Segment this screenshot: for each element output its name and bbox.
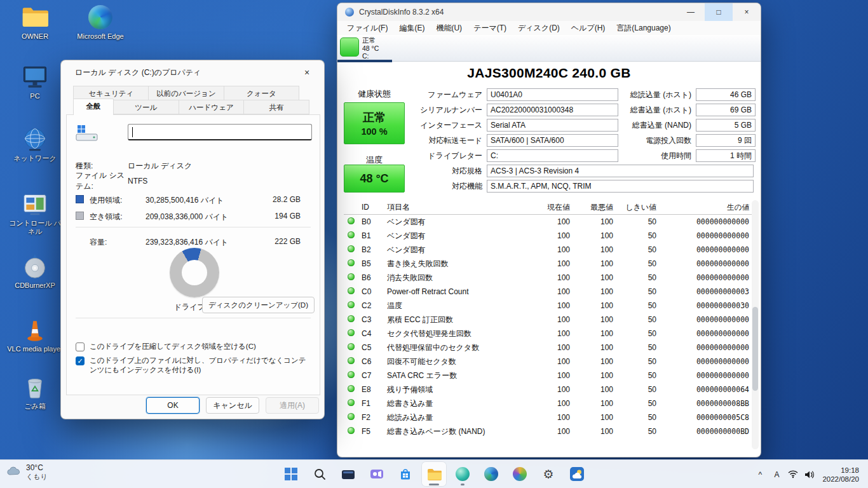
properties-tab[interactable]: 共有 (244, 100, 309, 114)
desktop-icon-owner[interactable]: OWNER (6, 4, 64, 41)
smart-cell: 回復不可能セクタ数 (383, 356, 534, 367)
properties-tab[interactable]: ハードウェア (179, 100, 245, 114)
desktop-icon-cdburnerxp[interactable]: CDBurnerXP (6, 253, 64, 290)
smart-cell: 100 (578, 413, 621, 422)
good-status-icon (348, 231, 355, 238)
close-icon[interactable]: × (299, 65, 315, 79)
smart-cell: 0000000005C8 (664, 413, 754, 422)
weather-app-button[interactable] (565, 462, 589, 486)
menu-item[interactable]: ヘルプ(H) (566, 23, 611, 34)
smart-attribute-row[interactable]: C0Power-off Retract Count100100500000000… (344, 285, 754, 299)
desktop-icon-vlc[interactable]: VLC media player (6, 316, 64, 353)
smart-attribute-row[interactable]: E8残り予備領域10010050000000000064 (344, 383, 754, 396)
smart-attribute-row[interactable]: B0ベンダ固有10010050000000000000 (344, 215, 754, 229)
properties-tab[interactable]: 以前のバージョン (149, 86, 224, 100)
checkbox-checked-icon[interactable]: ✓ (76, 356, 85, 365)
smart-attribute-row[interactable]: B6消去失敗回数10010050000000000000 (344, 271, 754, 285)
good-status-icon (348, 385, 355, 392)
settings-button[interactable]: ⚙ (536, 462, 560, 486)
disk-model-title: JAJS300M240C 240.0 GB (337, 65, 761, 81)
desktop-icon-pc[interactable]: PC (6, 64, 64, 100)
smart-cell: B0 (360, 217, 383, 226)
cancel-button[interactable]: キャンセル (206, 397, 259, 414)
smart-attribute-row[interactable]: F5総書き込みページ数 (NAND)100100500000000000BD (344, 424, 754, 438)
desktop-icon-edge[interactable]: Microsoft Edge (71, 4, 130, 41)
field-value-box: AC20220000031000348 (487, 104, 618, 116)
chat-button[interactable] (365, 462, 389, 486)
scrollbar[interactable] (752, 200, 759, 449)
ok-button[interactable]: OK (146, 397, 200, 414)
menu-item[interactable]: 機能(U) (430, 23, 468, 34)
smart-attribute-row[interactable]: B1ベンダ固有10010050000000000000 (344, 229, 754, 243)
smart-cell: 100 (578, 399, 621, 408)
menu-item[interactable]: ディスク(D) (512, 23, 566, 34)
properties-tab[interactable]: ツール (114, 100, 179, 114)
smart-cell: 100 (534, 217, 578, 226)
smart-attribute-row[interactable]: C2温度10010050000000000030 (344, 299, 754, 313)
store-button[interactable] (393, 462, 417, 486)
smart-attribute-row[interactable]: F1総書き込み量100100500000000008BB (344, 396, 754, 410)
option-checkbox-row[interactable]: ✓このドライブ上のファイルに対し、プロパティだけでなくコンテンツにもインデックス… (76, 356, 313, 375)
menu-item[interactable]: 編集(E) (393, 23, 430, 34)
field-label: 総書込量 (ホスト) (625, 105, 696, 116)
smart-attribute-row[interactable]: B2ベンダ固有10010050000000000000 (344, 243, 754, 257)
running-indicator (461, 484, 465, 485)
volume-icon[interactable] (802, 465, 817, 484)
raw-column-header: 生の値 (664, 203, 754, 212)
smart-cell: 100 (578, 301, 621, 310)
smart-attribute-row[interactable]: C3累積 ECC 訂正回数10010050000000000000 (344, 313, 754, 327)
minimize-button[interactable]: — (677, 3, 705, 21)
smart-cell: 100 (534, 385, 578, 394)
smart-attribute-row[interactable]: C6回復不可能セクタ数10010050000000000000 (344, 355, 754, 369)
smart-attribute-row[interactable]: C4セクタ代替処理発生回数10010050000000000000 (344, 327, 754, 341)
search-button[interactable] (308, 462, 332, 486)
start-button[interactable] (279, 462, 303, 486)
menu-item[interactable]: テーマ(T) (468, 23, 512, 34)
smart-cell: 100 (534, 427, 578, 436)
desktop-icon-network[interactable]: ネットワーク (6, 126, 64, 163)
disk-field-row: 対応機能S.M.A.R.T., APM, NCQ, TRIM (344, 179, 754, 194)
smart-attribute-row[interactable]: C5代替処理保留中のセクタ数10010050000000000000 (344, 341, 754, 355)
good-status-icon (348, 259, 355, 266)
recycle-bin-icon (21, 374, 49, 400)
smart-cell: 50 (621, 385, 664, 394)
disk-field-row: 総書込量 (NAND)5 GB (625, 118, 756, 133)
wifi-icon[interactable] (785, 465, 801, 484)
desktop-icon-label: OWNER (22, 32, 48, 41)
scrollbar-thumb[interactable] (752, 307, 758, 391)
maximize-button[interactable]: □ (705, 3, 733, 21)
drive-tab-temperature: 48 °C (362, 44, 379, 53)
option-checkbox-row[interactable]: このドライブを圧縮してディスク領域を空ける(C) (76, 342, 313, 351)
smart-attribute-row[interactable]: C7SATA CRC エラー数10010050000000000000 (344, 369, 754, 383)
menu-item[interactable]: 言語(Language) (611, 23, 676, 34)
apply-button[interactable]: 適用(A) (266, 397, 319, 414)
task-view-button[interactable] (336, 462, 360, 486)
disk-field-row: 電源投入回数9 回 (625, 133, 756, 148)
desktop-icon-control-panel[interactable]: コントロール パネル (6, 191, 64, 236)
clock[interactable]: 19:18 2022/08/20 (818, 466, 865, 484)
drive-tab-c[interactable]: 正常 48 °C C: (337, 35, 392, 62)
properties-tab[interactable]: クォータ (224, 86, 299, 100)
drive-selection-bar: 正常 48 °C C: (337, 35, 761, 62)
desktop: OWNERMicrosoft EdgePCネットワークコントロール パネルCDB… (0, 0, 868, 488)
menu-item[interactable]: ファイル(F) (341, 23, 393, 34)
info-label: ファイル システム: (67, 170, 128, 192)
disk-cleanup-button[interactable]: ディスクのクリーンアップ(D) (202, 297, 315, 313)
smart-attribute-row[interactable]: F2総読み込み量100100500000000005C8 (344, 410, 754, 424)
edge-button[interactable] (479, 462, 503, 486)
checkbox-unchecked-icon[interactable] (76, 342, 85, 351)
smart-attribute-row[interactable]: B5書き換え失敗回数10010050000000000000 (344, 257, 754, 271)
crystaldiskinfo-button[interactable] (451, 462, 475, 486)
volume-label-input[interactable] (128, 124, 312, 140)
disk-field-row: 対応規格ACS-3 | ACS-3 Revision 4 (344, 163, 754, 179)
taskbar-weather-widget[interactable]: 30°C くもり (6, 463, 48, 482)
file-explorer-button[interactable] (422, 462, 446, 486)
smart-cell: 100 (534, 301, 578, 310)
desktop-icon-recycle-bin[interactable]: ごみ箱 (6, 374, 64, 410)
photos-button[interactable] (508, 462, 532, 486)
ime-indicator[interactable]: A (769, 465, 784, 484)
close-button[interactable]: × (733, 3, 761, 21)
properties-tab-active[interactable]: 全般 (73, 98, 114, 115)
chevron-up-icon[interactable]: ^ (752, 465, 768, 484)
smart-cell: 000000000000 (664, 315, 754, 324)
